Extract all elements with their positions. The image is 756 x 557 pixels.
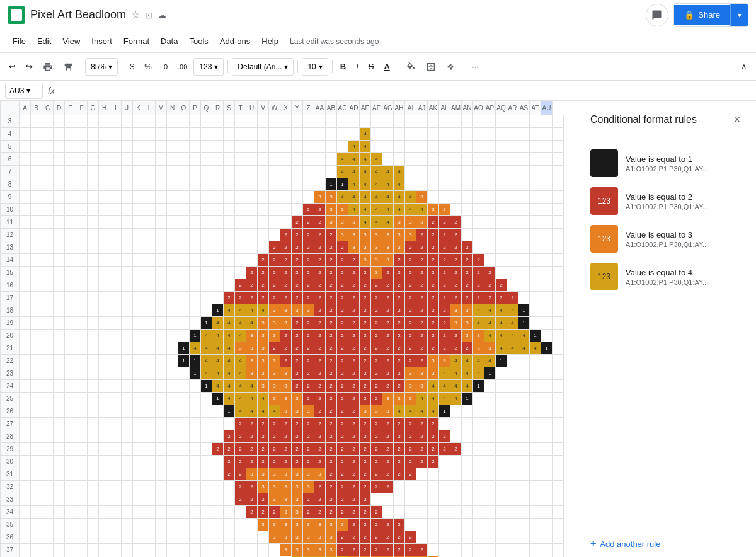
grid-cell[interactable] [156,430,167,443]
grid-cell[interactable] [65,128,76,141]
grid-cell[interactable] [31,292,42,304]
grid-cell[interactable]: 2 [280,292,292,304]
grid-cell[interactable]: 1 [201,380,212,393]
grid-cell[interactable]: 2 [224,468,235,481]
grid-cell[interactable]: 2 [337,367,348,380]
grid-cell[interactable] [31,304,42,317]
grid-cell[interactable] [541,481,553,493]
grid-cell[interactable] [541,153,553,166]
grid-cell[interactable] [54,330,65,342]
grid-cell[interactable] [190,405,201,418]
grid-cell[interactable] [42,292,54,304]
grid-cell[interactable] [110,128,122,141]
grid-cell[interactable]: 4 [428,380,439,393]
grid-cell[interactable]: 2 [235,443,246,456]
grid-cell[interactable] [88,405,99,418]
grid-cell[interactable] [88,481,99,493]
grid-cell[interactable] [201,254,212,267]
grid-cell[interactable] [496,254,507,267]
grid-cell[interactable] [405,506,416,519]
grid-cell[interactable] [76,393,88,405]
grid-cell[interactable]: 4 [235,330,246,342]
grid-cell[interactable]: 3 [450,317,462,330]
grid-cell[interactable]: 3 [416,216,428,229]
grid-cell[interactable]: 2 [337,418,348,430]
grid-cell[interactable]: 3 [314,544,326,556]
grid-cell[interactable] [178,216,190,229]
grid-cell[interactable] [133,279,144,292]
grid-cell[interactable]: 2 [428,443,439,456]
grid-cell[interactable] [167,178,178,191]
grid-cell[interactable] [156,506,167,519]
grid-cell[interactable] [518,493,530,506]
grid-cell[interactable] [54,506,65,519]
grid-cell[interactable] [201,191,212,204]
grid-cell[interactable]: 4 [405,405,416,418]
grid-cell[interactable] [224,279,235,292]
grid-cell[interactable]: 2 [371,519,382,531]
grid-cell[interactable] [292,153,303,166]
grid-cell[interactable]: 2 [382,304,394,317]
grid-cell[interactable] [65,191,76,204]
table-row[interactable]: 302222222222222222222 [1,456,564,468]
grid-cell[interactable] [167,544,178,556]
grid-cell[interactable] [518,443,530,456]
grid-cell[interactable] [212,153,224,166]
grid-cell[interactable]: 2 [258,443,269,456]
grid-cell[interactable]: 2 [439,229,450,241]
grid-cell[interactable]: 2 [394,317,405,330]
grid-cell[interactable] [530,443,541,456]
grid-cell[interactable]: 2 [348,317,360,330]
grid-cell[interactable]: 3 [326,544,337,556]
grid-cell[interactable]: 3 [428,367,439,380]
grid-cell[interactable]: 2 [326,267,337,279]
grid-cell[interactable]: 2 [439,342,450,355]
grid-cell[interactable] [20,304,31,317]
grid-cell[interactable] [507,456,518,468]
grid-cell[interactable] [65,292,76,304]
grid-cell[interactable]: 2 [326,481,337,493]
grid-cell[interactable] [496,267,507,279]
grid-cell[interactable] [156,544,167,556]
grid-cell[interactable]: 3 [314,531,326,544]
grid-cell[interactable] [144,405,156,418]
grid-cell[interactable] [31,430,42,443]
grid-cell[interactable]: 2 [394,430,405,443]
grid-cell[interactable] [88,191,99,204]
grid-cell[interactable] [518,456,530,468]
grid-cell[interactable] [144,519,156,531]
cell-ref-dropdown[interactable]: ▾ [26,86,30,95]
grid-cell[interactable] [99,216,110,229]
grid-cell[interactable] [473,153,484,166]
grid-cell[interactable]: 4 [246,393,258,405]
grid-cell[interactable] [54,443,65,456]
grid-cell[interactable] [258,531,269,544]
table-row[interactable]: 241444433322222222223344441 [1,380,564,393]
grid-cell[interactable] [65,178,76,191]
grid-cell[interactable]: 2 [280,342,292,355]
grid-cell[interactable]: 2 [439,267,450,279]
grid-cell[interactable]: 2 [371,279,382,292]
grid-cell[interactable] [110,254,122,267]
grid-cell[interactable]: 2 [450,292,462,304]
grid-cell[interactable]: 1 [530,330,541,342]
grid-cell[interactable] [31,393,42,405]
grid-cell[interactable]: 2 [405,544,416,556]
grid-cell[interactable] [31,418,42,430]
grid-cell[interactable] [167,254,178,267]
table-row[interactable]: 373333322222222 [1,544,564,556]
grid-cell[interactable]: 2 [405,254,416,267]
grid-cell[interactable]: 2 [416,241,428,254]
grid-cell[interactable] [178,254,190,267]
table-row[interactable]: 3222333332222222 [1,481,564,493]
grid-cell[interactable]: 3 [258,342,269,355]
decimal00-button[interactable]: .00 [174,58,191,76]
grid-cell[interactable]: 3 [428,204,439,216]
grid-cell[interactable]: 4 [348,141,360,153]
grid-cell[interactable]: 2 [246,279,258,292]
grid-cell[interactable]: 2 [360,355,371,367]
grid-cell[interactable] [54,405,65,418]
grid-cell[interactable] [530,204,541,216]
grid-cell[interactable]: 2 [382,519,394,531]
grid-cell[interactable]: 2 [314,204,326,216]
